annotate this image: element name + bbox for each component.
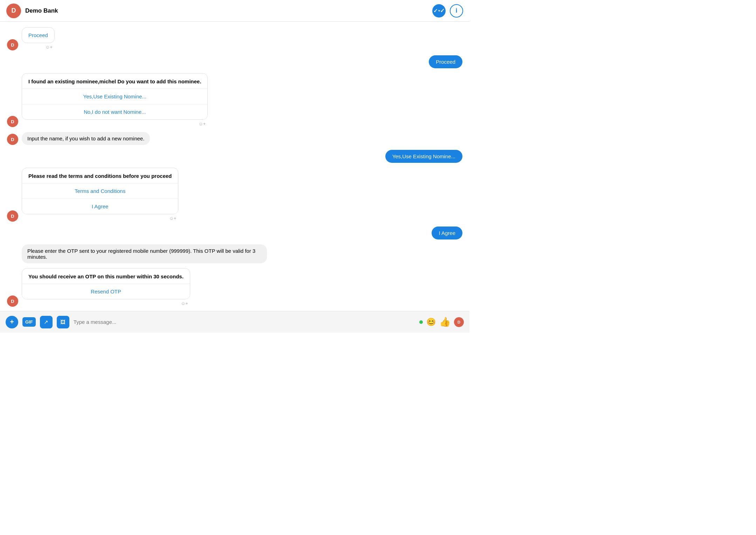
emoji-add-button[interactable]: ☺+ [45, 44, 53, 50]
input-nominee-row: D Input the name, if you wish to add a n… [7, 132, 462, 145]
terms-and-conditions-button[interactable]: Terms and Conditions [22, 183, 178, 199]
avatar: D [7, 39, 18, 50]
yes-use-existing-button[interactable]: Yes,Use Existing Nomine... [22, 89, 207, 104]
i-agree-bubble: I Agree [432, 227, 462, 239]
emoji-row: ☺+ [22, 299, 190, 307]
image-icon: 🖼 [60, 319, 66, 325]
image-button[interactable]: 🖼 [57, 316, 69, 328]
nominee-card-wrapper: I found an existing nominee,michel Do yo… [22, 73, 208, 127]
share-button[interactable]: ↗ [40, 316, 53, 328]
chat-header: D Demo Bank ✓ ▾ i [0, 0, 469, 22]
avatar: D [7, 116, 18, 127]
otp-card-row: D You should receive an OTP on this numb… [7, 268, 462, 307]
avatar: D [7, 134, 18, 145]
right-yes-nomine-row: Yes,Use Existing Nomine... [7, 150, 462, 163]
emoji-row: ☺+ [22, 43, 55, 50]
check-button[interactable]: ✓ ▾ [432, 4, 446, 18]
emoji-face-button[interactable]: 😊 [426, 318, 436, 327]
right-proceed-row: Proceed [7, 55, 462, 68]
otp-card-wrapper: You should receive an OTP on this number… [22, 268, 190, 307]
thumbs-up-button[interactable]: 👍 [439, 317, 451, 327]
emoji-add-button[interactable]: ☺+ [199, 121, 206, 126]
emoji-add-button[interactable]: ☺+ [181, 301, 188, 306]
emoji-add-button[interactable]: ☺+ [169, 216, 176, 221]
input-nominee-bubble: Input the name, if you wish to add a new… [22, 132, 150, 145]
header-title: Demo Bank [25, 7, 432, 14]
gif-button[interactable]: GIF [22, 317, 36, 327]
proceed-card-partial: Proceed ☺+ [22, 27, 55, 50]
no-do-not-want-button[interactable]: No,I do not want Nomine... [22, 104, 207, 119]
bottom-right-icons: 😊 👍 D [419, 317, 464, 327]
proceed-partial-label: Proceed [22, 28, 54, 43]
right-i-agree-row: I Agree [7, 227, 462, 239]
otp-card: You should receive an OTP on this number… [22, 268, 190, 299]
terms-card-title: Please read the terms and conditions bef… [22, 168, 178, 183]
user-avatar-bottom: D [454, 317, 464, 327]
terms-card: Please read the terms and conditions bef… [22, 168, 178, 214]
chevron-down-icon: ▾ [438, 9, 440, 13]
bottom-bar: + GIF ↗ 🖼 😊 👍 D [0, 311, 469, 333]
otp-info-bubble: Please enter the OTP sent to your regist… [22, 244, 267, 263]
emoji-row: ☺+ [22, 214, 178, 222]
yes-use-existing-bubble: Yes,Use Existing Nomine... [385, 150, 462, 163]
header-actions: ✓ ▾ i [432, 4, 463, 18]
nominee-card: I found an existing nominee,michel Do yo… [22, 73, 208, 120]
avatar: D [7, 210, 18, 222]
nominee-card-row: D I found an existing nominee,michel Do … [7, 73, 462, 127]
i-agree-button[interactable]: I Agree [22, 199, 178, 214]
share-icon: ↗ [44, 319, 48, 325]
check-icon: ✓ [433, 8, 438, 14]
header-avatar: D [6, 4, 21, 18]
otp-bubble-row: Please enter the OTP sent to your regist… [7, 244, 462, 263]
online-indicator [419, 320, 423, 324]
terms-card-row: D Please read the terms and conditions b… [7, 168, 462, 222]
info-icon: i [455, 7, 457, 14]
top-partial-row: D Proceed ☺+ [7, 27, 462, 50]
terms-card-wrapper: Please read the terms and conditions bef… [22, 168, 178, 222]
message-input[interactable] [74, 319, 415, 325]
plus-button[interactable]: + [6, 316, 18, 328]
plus-icon: + [10, 318, 14, 326]
otp-card-title: You should receive an OTP on this number… [22, 269, 190, 284]
chat-area: D Proceed ☺+ Proceed D I found an existi… [0, 22, 469, 311]
proceed-bubble: Proceed [429, 55, 462, 68]
resend-otp-button[interactable]: Resend OTP [22, 284, 190, 299]
nominee-card-title: I found an existing nominee,michel Do yo… [22, 74, 207, 89]
emoji-row: ☺+ [22, 120, 208, 127]
avatar: D [7, 296, 18, 307]
info-button[interactable]: i [450, 4, 463, 18]
proceed-card: Proceed [22, 27, 55, 43]
gif-label: GIF [25, 319, 33, 325]
